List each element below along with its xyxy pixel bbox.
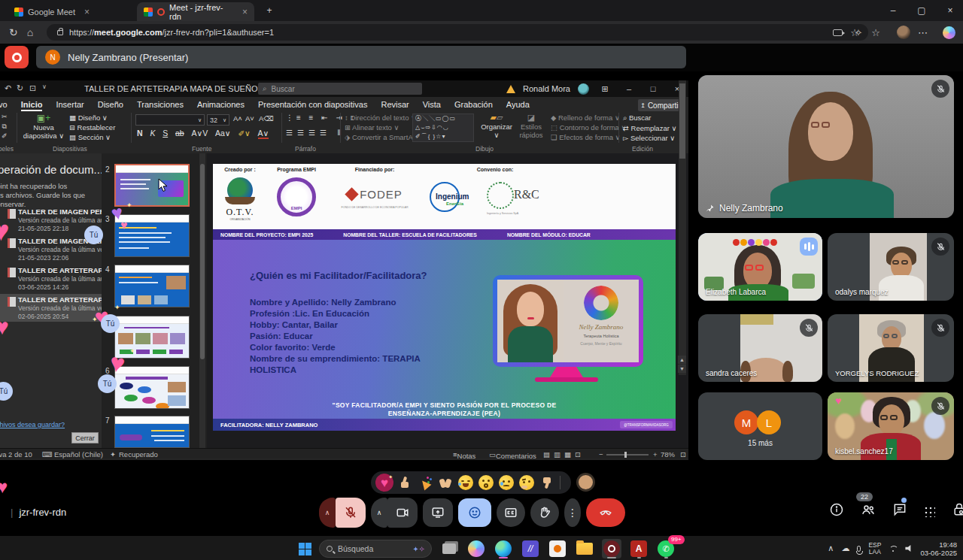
thumbnail-slide-6[interactable] bbox=[114, 366, 190, 409]
arrange-button[interactable]: ▰▱ Organizar∨ bbox=[478, 113, 515, 139]
cut-icon[interactable]: ✂ bbox=[2, 112, 8, 122]
tab-transiciones[interactable]: Transiciones bbox=[130, 100, 190, 109]
tab-diseno[interactable]: Diseño bbox=[91, 100, 130, 109]
shape-effects-button[interactable]: ❏ Efectos de forma ∨ bbox=[551, 133, 626, 141]
zoom-out-icon[interactable]: − bbox=[599, 450, 603, 459]
reaction-clap-icon[interactable] bbox=[436, 474, 454, 492]
start-button[interactable] bbox=[295, 539, 314, 558]
grow-font-icon[interactable]: A˄ bbox=[233, 114, 242, 123]
onedrive-icon[interactable]: ☁ bbox=[841, 543, 849, 553]
video-tile-yorgelys-rodriguez[interactable]: YORGELYS RODRIGUEZ bbox=[828, 314, 954, 382]
video-tile-elizabeth-labarca[interactable]: Elizabeth Labarca bbox=[698, 233, 822, 301]
thumbnail-slide-4[interactable] bbox=[114, 265, 190, 307]
tab-vista[interactable]: Vista bbox=[416, 100, 448, 109]
mic-muted-button[interactable] bbox=[336, 498, 366, 528]
replace-button[interactable]: ⇄ Reemplazar ∨ bbox=[623, 124, 676, 132]
select-button[interactable]: ▻ Seleccionar ∨ bbox=[623, 134, 676, 142]
ppt-search-box[interactable]: ⌕ Buscar bbox=[258, 83, 422, 95]
collections-icon[interactable]: ☆ bbox=[871, 27, 880, 38]
font-size-combobox[interactable]: 32∨ bbox=[207, 114, 229, 126]
chat-button[interactable] bbox=[892, 502, 907, 520]
ppt-account-name[interactable]: Ronald Mora bbox=[523, 84, 570, 93]
language-status[interactable]: Español (Chile) bbox=[54, 450, 103, 459]
browser-minimize-button[interactable]: – bbox=[880, 0, 906, 21]
thumbnail-slide-7[interactable] bbox=[114, 416, 190, 448]
tile-more-participants[interactable]: M L 15 más bbox=[698, 392, 822, 460]
mic-control[interactable]: ∧ bbox=[319, 498, 366, 528]
browser-more-icon[interactable]: ⋯ bbox=[918, 27, 928, 38]
tab-inicio[interactable]: Inicio bbox=[14, 100, 50, 109]
taskbar-whatsapp[interactable]: ✆ 99+ bbox=[656, 539, 676, 558]
shape-fill-button[interactable]: ◆ Relleno de forma ∨ bbox=[551, 114, 626, 122]
tab-close-icon[interactable]: × bbox=[242, 7, 248, 17]
shapes-gallery[interactable]: Ⓐ╲╲▭◯▭△⌣⇨⇩◠◡✐⌒{ }☆▾ bbox=[412, 114, 474, 142]
shrink-font-icon[interactable]: A˅ bbox=[245, 114, 254, 123]
copy-icon[interactable]: ⧉ bbox=[2, 122, 8, 132]
change-case-icon[interactable]: Aa∨ bbox=[215, 129, 231, 138]
tab-archivo[interactable]: Archivo bbox=[0, 100, 14, 109]
alignment-icons[interactable]: ☰☰☰☰ ⫴ bbox=[286, 129, 345, 138]
wifi-icon[interactable] bbox=[889, 546, 898, 552]
presenter-pill[interactable]: N Nelly Zambrano (Presentar) bbox=[36, 46, 686, 68]
zoom-level[interactable]: 78% bbox=[661, 450, 675, 459]
taskbar-copilot[interactable] bbox=[466, 539, 486, 558]
recording-indicator-icon[interactable] bbox=[5, 46, 29, 68]
zoom-in-icon[interactable]: + bbox=[653, 450, 658, 459]
ribbon-options-icon[interactable]: ⊞ bbox=[597, 84, 613, 94]
captions-button[interactable] bbox=[497, 498, 525, 527]
italic-icon[interactable]: K bbox=[150, 129, 155, 138]
browser-close-button[interactable]: × bbox=[937, 0, 963, 21]
browser-restore-button[interactable]: ▢ bbox=[909, 0, 934, 21]
highlight-icon[interactable]: ✐∨ bbox=[238, 129, 250, 138]
reset-button[interactable]: ⊟ Restablecer bbox=[69, 123, 115, 132]
present-screen-button[interactable] bbox=[423, 498, 453, 527]
raise-hand-button[interactable] bbox=[530, 498, 559, 527]
font-name-combobox[interactable]: ∨ bbox=[135, 114, 205, 126]
character-spacing-icon[interactable]: A∨V bbox=[191, 129, 208, 138]
bold-icon[interactable]: N bbox=[137, 129, 143, 138]
which-files-link[interactable]: ¿Qué archivos desea guardar? bbox=[0, 421, 65, 428]
reactions-button-active[interactable] bbox=[458, 498, 491, 527]
strikethrough-icon[interactable]: ab bbox=[175, 129, 184, 138]
reaction-sad-icon[interactable] bbox=[497, 474, 515, 492]
find-button[interactable]: ⌕ Buscar bbox=[623, 114, 676, 123]
mic-options-chevron[interactable]: ∧ bbox=[319, 498, 336, 528]
camera-permission-icon[interactable] bbox=[833, 29, 843, 36]
taskbar-edge[interactable] bbox=[494, 539, 513, 558]
video-tile-kisbel-sanchez17[interactable]: kisbel.sanchez17 bbox=[828, 392, 954, 460]
zoom-slider[interactable] bbox=[606, 454, 649, 456]
video-tile-sandra-caceres[interactable]: sandra caceres bbox=[698, 314, 822, 382]
share-button[interactable]: ↥Compartir bbox=[638, 99, 683, 111]
more-options-button[interactable]: ⋮ bbox=[564, 498, 581, 527]
refresh-icon[interactable]: ↻ bbox=[9, 26, 18, 38]
slideshow-icon[interactable]: ⊡ bbox=[29, 83, 36, 93]
section-button[interactable]: ▤ Sección ∨ bbox=[69, 133, 115, 141]
recovered-file-item-selected[interactable]: TALLER DE ARTETERAPIA... Versión creada … bbox=[0, 294, 102, 322]
ppt-restore-button[interactable]: □ bbox=[645, 84, 661, 93]
host-controls-button[interactable] bbox=[952, 502, 963, 520]
reaction-wow-icon[interactable] bbox=[477, 474, 495, 492]
tab-close-icon[interactable]: × bbox=[84, 7, 90, 17]
new-slide-button[interactable]: ▣+ Nueva diapositiva ∨ bbox=[21, 113, 66, 140]
new-tab-icon[interactable]: + bbox=[260, 0, 278, 21]
camera-control[interactable]: ∧ bbox=[371, 498, 418, 528]
quick-access-caret-icon[interactable]: ∨ bbox=[42, 83, 47, 90]
format-painter-icon[interactable]: ✐ bbox=[2, 132, 8, 141]
browser-profile-avatar[interactable] bbox=[897, 26, 910, 39]
taskbar-recorder-active[interactable] bbox=[602, 539, 621, 558]
tab-presentacion[interactable]: Presentación con diapositivas bbox=[251, 100, 375, 109]
tab-animaciones[interactable]: Animaciones bbox=[190, 100, 251, 109]
notes-button[interactable]: ≡ Notas bbox=[453, 450, 457, 459]
ppt-minimize-button[interactable]: – bbox=[621, 84, 637, 93]
taskbar-file-explorer[interactable] bbox=[575, 539, 594, 558]
shape-outline-button[interactable]: ⬚ Contorno de forma ∨ bbox=[551, 123, 626, 132]
tab-ayuda[interactable]: Ayuda bbox=[500, 100, 536, 109]
home-icon[interactable]: ⌂ bbox=[27, 26, 33, 38]
camera-options-chevron[interactable]: ∧ bbox=[371, 498, 387, 528]
people-button[interactable] bbox=[861, 502, 876, 520]
reaction-joy-icon[interactable] bbox=[457, 474, 475, 492]
tab-meet-call[interactable]: Meet - jzr-frev-rdn × bbox=[137, 2, 254, 21]
thumbnail-slide-2[interactable] bbox=[114, 164, 190, 207]
reaction-thinking-icon[interactable] bbox=[518, 474, 536, 492]
recovered-status[interactable]: Recuperado bbox=[119, 450, 158, 459]
